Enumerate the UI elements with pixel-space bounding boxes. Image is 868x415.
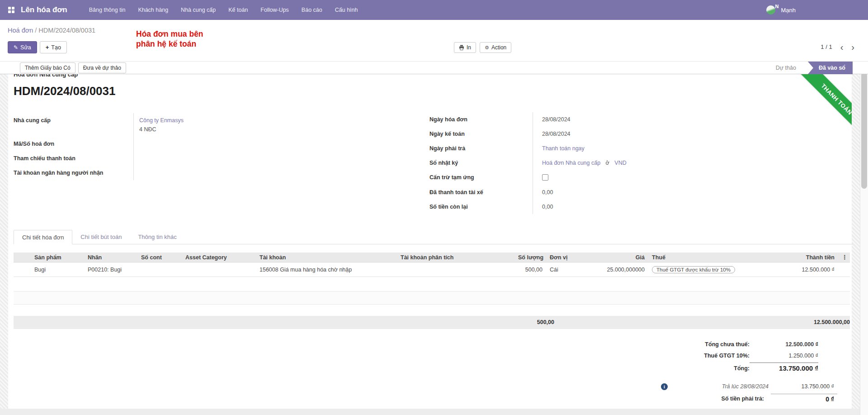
total-label: Tổng: — [583, 365, 750, 372]
state-draft[interactable]: Dự thảo — [764, 65, 808, 71]
menu-followups[interactable]: Follow-Ups — [254, 0, 295, 20]
col-tax[interactable]: Thuế — [648, 254, 793, 261]
cell-uom[interactable]: Cái — [546, 267, 574, 273]
journal-link[interactable]: Hoá đơn Nhà cung cấp — [542, 160, 600, 166]
offset-advance-label: Cấn trừ tạm ứng — [429, 170, 533, 185]
print-button[interactable]: In — [454, 42, 476, 53]
col-product[interactable]: Sản phẩm — [31, 254, 84, 261]
menu-reports[interactable]: Báo cáo — [295, 0, 329, 20]
pager-prev-icon[interactable]: ‹ — [840, 44, 844, 50]
create-button[interactable]: + Tạo — [40, 41, 67, 53]
pencil-icon: ✎ — [14, 44, 18, 51]
currency-link[interactable]: VND — [614, 160, 626, 166]
menu-customers[interactable]: Khách hàng — [132, 0, 175, 20]
cell-account[interactable]: 156008 Giá mua hàng hóa chờ nhập — [256, 267, 397, 273]
tax-value: 1.250.000 ₫ — [750, 353, 818, 359]
statusbar-buttons: Thêm Giấy báo Có Đưa về dự thảo — [20, 62, 126, 73]
gear-icon: ⚙ — [485, 45, 489, 51]
breadcrumb-parent[interactable]: Hoá đơn — [8, 27, 33, 34]
bank-account-value[interactable] — [133, 166, 267, 180]
col-price[interactable]: Giá — [574, 254, 648, 261]
app-title[interactable]: Lên hóa đơn — [21, 5, 67, 14]
due-date-label: Ngày phải trả — [429, 141, 533, 156]
col-analytic-account[interactable]: Tài khoản phân tích — [397, 254, 514, 261]
breadcrumb: Hoá đơn / HDM/2024/08/0031 — [8, 27, 95, 34]
cell-quantity[interactable]: 500,00 — [514, 267, 546, 273]
control-panel: Hoá đơn / HDM/2024/08/0031 Hóa đơn mua b… — [0, 20, 868, 61]
print-action-buttons: In ⚙ Action — [454, 42, 511, 53]
payment-ref-value[interactable] — [133, 151, 267, 166]
left-field-group: Nhà cung cấp Công ty Enmasys 4 NĐC Mã/Số… — [14, 113, 267, 180]
top-navbar: Lên hóa đơn Bảng thông tin Khách hàng Nh… — [0, 0, 868, 20]
optional-columns-icon[interactable]: ⋮ — [838, 254, 850, 261]
plus-icon: + — [46, 44, 49, 51]
invoice-summary: Tổng chưa thuế: 12.500.000 ₫ Thuế GTGT 1… — [8, 341, 852, 405]
table-row[interactable]: Bugi P00210: Bugi 156008 Giá mua hàng hó… — [14, 262, 850, 277]
vertical-scrollbar[interactable]: ▲ — [860, 61, 868, 415]
annotation-note: Hóa đơn mua bên phân hệ kế toán — [136, 29, 203, 49]
table-totals-band: 500,00 12.500.000,00 — [14, 316, 850, 329]
statusbar-states: Dự thảo Đã vào sổ — [764, 62, 853, 74]
reset-to-draft-button[interactable]: Đưa về dự thảo — [78, 62, 126, 73]
cell-subtotal: 12.500.000 ₫ — [793, 267, 838, 273]
pager-next-icon[interactable]: › — [851, 44, 854, 50]
menu-vendors[interactable]: Nhà cung cấp — [175, 0, 222, 20]
invoice-ref-value[interactable] — [133, 137, 267, 151]
vendor-sub: 4 NĐC — [139, 126, 267, 133]
state-posted[interactable]: Đã vào sổ — [808, 62, 853, 74]
sheet-left-margin — [0, 74, 8, 409]
cell-price[interactable]: 25.000,000000 — [574, 267, 648, 273]
bottom-scroll-area — [0, 409, 868, 415]
form-sheet: Hóa đơn Nhà cung cấp HDM/2024/08/0031 Nh… — [8, 74, 852, 409]
due-date-terms-label: Trả lúc 28/08/2024 — [650, 383, 769, 390]
cell-product[interactable]: Bugi — [31, 267, 84, 273]
scrollbar-thumb[interactable] — [861, 72, 867, 189]
action-button[interactable]: ⚙ Action — [480, 42, 511, 53]
user-menu[interactable]: N Mạnh — [766, 0, 796, 20]
offset-advance-checkbox[interactable] — [542, 174, 548, 181]
table-header-row: Sản phẩm Nhãn Số cont Asset Category Tài… — [14, 253, 850, 262]
accounting-date-value: 28/08/2024 — [533, 127, 696, 141]
user-avatar: N — [766, 5, 775, 14]
tax-pill[interactable]: Thuế GTGT được khấu trừ 10% — [652, 266, 735, 273]
edit-button[interactable]: ✎ Sửa — [8, 41, 37, 53]
menu-accounting[interactable]: Kế toán — [222, 0, 254, 20]
breadcrumb-current: HDM/2024/08/0031 — [38, 27, 95, 34]
col-subtotal[interactable]: Thành tiền — [793, 254, 838, 261]
odoo-invoice-form: Lên hóa đơn Bảng thông tin Khách hàng Nh… — [0, 0, 868, 415]
apps-grid-icon[interactable] — [8, 7, 14, 13]
annotation-line1: Hóa đơn mua bên — [136, 29, 203, 39]
amount-remaining-label: Số tiền còn lại — [429, 200, 533, 214]
sheet-right-margin — [852, 74, 860, 409]
col-quantity[interactable]: Số lượng — [514, 254, 546, 261]
cell-label[interactable]: P00210: Bugi — [84, 267, 137, 273]
tab-journal-items[interactable]: Chi tiết bút toán — [72, 230, 130, 244]
col-asset-category[interactable]: Asset Category — [182, 254, 256, 261]
vendor-link[interactable]: Công ty Enmasys — [139, 117, 184, 124]
annotation-line2: phân hệ kế toán — [136, 39, 203, 49]
col-label[interactable]: Nhãn — [84, 254, 137, 261]
due-amount: 13.750.000 ₫ — [768, 383, 834, 390]
menu-settings[interactable]: Cấu hình — [329, 0, 364, 20]
add-credit-note-button[interactable]: Thêm Giấy báo Có — [20, 62, 75, 73]
untaxed-value: 12.500.000 ₫ — [750, 341, 818, 348]
tab-invoice-lines[interactable]: Chi tiết hóa đơn — [14, 230, 72, 244]
menu-dashboard[interactable]: Bảng thông tin — [83, 0, 132, 20]
residual-divider — [771, 394, 837, 394]
cell-tax: Thuế GTGT được khấu trừ 10% — [648, 266, 793, 273]
due-date-value: Thanh toán ngay — [533, 141, 696, 156]
printer-icon — [459, 45, 464, 50]
col-account[interactable]: Tài khoản — [256, 254, 397, 261]
tab-other-info[interactable]: Thông tin khác — [130, 230, 184, 244]
payment-terms-link[interactable]: Thanh toán ngay — [542, 145, 585, 152]
driver-paid-label: Đã thanh toán tài xế — [429, 185, 533, 200]
empty-table-row[interactable] — [14, 291, 850, 305]
pager-counter: 1 / 1 — [821, 43, 832, 50]
statusbar: Thêm Giấy báo Có Đưa về dự thảo Dự thảo … — [0, 61, 868, 74]
col-uom[interactable]: Đơn vị — [546, 254, 574, 261]
total-value: 13.750.000 ₫ — [750, 363, 818, 372]
bank-account-label: Tài khoản ngân hàng người nhận — [14, 166, 133, 180]
col-container[interactable]: Số cont — [137, 254, 182, 261]
journal-label: Sổ nhật ký — [429, 156, 533, 170]
amount-remaining-value: 0,00 — [533, 200, 696, 214]
